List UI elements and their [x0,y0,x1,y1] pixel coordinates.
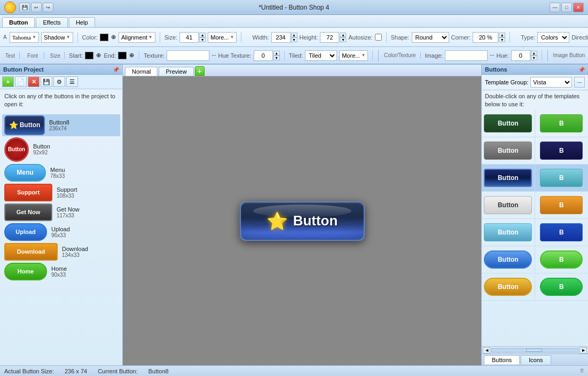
canvas-tab-normal[interactable]: Normal [125,67,158,76]
scroll-thumb[interactable] [526,349,542,352]
list-item[interactable]: Get Now Get Now 117x33 [2,202,120,222]
list-item[interactable]: Button Button 92x92 [2,136,120,163]
btn-name-support: Support [57,186,77,193]
template-row[interactable]: Button B [482,246,588,273]
current-button-label: Current Button: [98,368,138,374]
size-input[interactable] [179,32,199,43]
texture-dots[interactable]: ··· [211,52,216,58]
project-list-btn[interactable]: ☰ [66,76,78,87]
tab-help[interactable]: Help [69,17,95,27]
more2-btn[interactable]: More... ▼ [339,50,368,61]
hue-down[interactable]: ▼ [531,56,537,60]
tiled-select[interactable]: Tiled [305,50,337,61]
minimize-button[interactable]: — [550,3,560,12]
template-btn: Button [484,278,532,296]
start-color-swatch[interactable] [85,52,93,59]
template-row[interactable]: Button B [482,192,588,219]
sep3 [378,50,379,61]
corner-input[interactable] [473,32,498,43]
text-color-swatch[interactable] [100,34,108,41]
hue-label: Hue: [497,52,509,59]
template-btn-label: B [559,229,564,236]
list-item[interactable]: ⭐ Button Button8 236x74 [2,114,120,136]
size-down[interactable]: ▼ [199,37,206,42]
hue-texture-down[interactable]: ▼ [273,56,280,60]
autosize-checkbox[interactable] [375,34,382,41]
maximize-button[interactable]: □ [561,3,572,12]
template-row[interactable]: Button B [482,273,588,301]
window-save-btn[interactable]: 💾 [19,3,30,12]
corner-up[interactable]: ▲ [499,33,505,37]
shadow-label: Shadow [44,34,65,41]
height-input[interactable] [320,32,339,43]
titlebar: ⭐ 💾 ↩ ↪ *Untitled - Button Shop 4 — □ ✕ [0,0,588,15]
project-save-btn[interactable]: 💾 [41,76,52,87]
alignment-btn[interactable]: Alignment ▼ [119,32,155,43]
hue-texture-up[interactable]: ▲ [273,51,280,56]
font-selector[interactable]: Tahoma ▼ [10,32,39,43]
template-btn: Button [484,250,532,269]
image-input[interactable] [445,50,488,61]
project-new-btn[interactable]: 📄 [15,76,27,87]
canvas-tab-preview[interactable]: Preview [159,67,193,76]
close-button[interactable]: ✕ [573,3,584,12]
scroll-right-btn[interactable]: ▶ [579,347,587,354]
shadow-btn[interactable]: Shadow ▼ [41,32,73,43]
scroll-track[interactable] [491,348,578,352]
width-spinners: ▲ ▼ [291,33,297,42]
end-color-swatch[interactable] [118,52,127,59]
template-group-select[interactable]: Vista [530,77,572,88]
btn-img-upload: Upload [4,223,47,241]
tab-effects[interactable]: Effects [36,17,67,27]
texture-input[interactable] [167,50,209,61]
autosize-label: Autosize: [348,34,372,41]
list-item[interactable]: Support Support 108x33 [2,183,120,202]
list-item[interactable]: Home Home 90x33 [2,262,120,281]
start-eyedropper[interactable]: ⊕ [96,51,101,59]
type-select[interactable]: Colors [537,32,569,43]
scroll-left-btn[interactable]: ◀ [483,347,490,354]
color-eyedropper[interactable]: ⊕ [111,33,116,41]
hue-up[interactable]: ▲ [531,51,537,56]
list-item[interactable]: Download Download 134x33 [2,242,120,262]
project-settings-btn[interactable]: ⚙ [53,76,65,87]
template-row[interactable]: Button B [482,219,588,246]
end-label: End: [104,52,116,59]
template-menu-btn[interactable]: ··· [574,77,585,88]
window-undo-btn[interactable]: ↩ [31,3,42,12]
width-up[interactable]: ▲ [291,33,297,37]
template-hint: Double-click on any of the templates bel… [482,90,588,110]
template-row[interactable]: Button B [482,110,588,137]
project-delete-btn[interactable]: ✕ [28,76,40,87]
content-area: Button Project 📌 + 📄 ✕ 💾 ⚙ ☰ Click on an… [0,65,588,365]
btn-preview-button8: ⭐ Button [4,115,45,135]
canvas-tab-add-btn[interactable]: + [195,66,205,76]
more-btn[interactable]: More... ▼ [208,32,237,43]
tab-icons[interactable]: Icons [521,355,551,364]
end-eyedropper[interactable]: ⊕ [129,51,135,59]
tab-button[interactable]: Button [2,17,35,27]
template-row[interactable]: Button B [482,137,588,164]
window-redo-btn[interactable]: ↪ [43,3,53,12]
project-add-btn[interactable]: + [2,76,14,87]
hue-input[interactable] [511,50,530,61]
height-down[interactable]: ▼ [340,37,346,42]
hue-texture-input[interactable] [254,50,273,61]
size-up[interactable]: ▲ [199,33,206,37]
color-group: Color: ⊕ Alignment ▼ [82,32,160,43]
list-item[interactable]: Menu Menu 78x33 [2,163,120,183]
corner-down[interactable]: ▼ [499,37,505,42]
star-icon: ⭐ [9,121,18,129]
start-color-group: Start: ⊕ End: ⊕ [69,51,139,59]
template-cell-right: B [535,192,589,218]
template-row[interactable]: Button B [482,164,588,192]
tab-buttons[interactable]: Buttons [484,355,520,364]
height-up[interactable]: ▲ [340,33,346,37]
btn-preview-menu: Menu [4,164,46,182]
type-group: Type: Colors Direction: VerticalHorizont… [521,32,588,43]
width-input[interactable] [271,32,291,43]
shape-select[interactable]: RoundSquare [412,32,449,43]
width-down[interactable]: ▼ [291,37,297,42]
image-dots[interactable]: ··· [490,52,494,58]
list-item[interactable]: Upload Upload 96x33 [2,222,120,242]
